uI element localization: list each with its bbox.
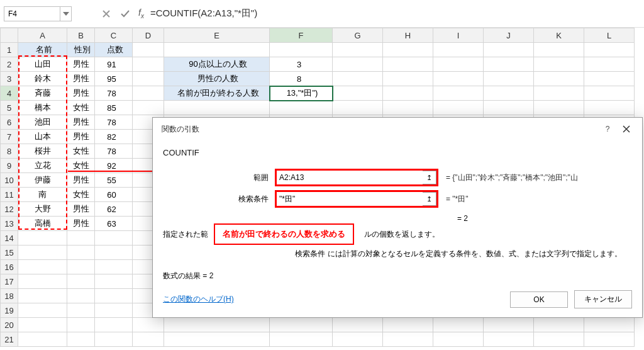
- row-header[interactable]: 21: [1, 332, 18, 347]
- cell[interactable]: [383, 72, 433, 86]
- cell[interactable]: [433, 57, 484, 72]
- cell[interactable]: 女性: [67, 188, 95, 202]
- col-header-K[interactable]: K: [534, 28, 584, 43]
- active-cell[interactable]: 13,"*田"): [270, 86, 333, 101]
- cell[interactable]: [67, 303, 95, 318]
- row-header[interactable]: 3: [1, 72, 18, 86]
- cell[interactable]: [383, 43, 433, 57]
- cell[interactable]: 女性: [67, 101, 95, 115]
- arg-range-refselect-icon[interactable]: ↥: [423, 171, 436, 184]
- cell[interactable]: 鈴木: [18, 72, 67, 86]
- cell[interactable]: [584, 318, 635, 332]
- cell[interactable]: [333, 86, 383, 101]
- cell[interactable]: [164, 332, 270, 347]
- col-header-A[interactable]: A: [18, 28, 67, 43]
- fx-icon[interactable]: fx: [135, 8, 148, 20]
- cell[interactable]: 山田: [18, 57, 67, 72]
- cell[interactable]: [534, 72, 584, 86]
- cell[interactable]: [534, 43, 584, 57]
- row-header[interactable]: 6: [1, 115, 18, 130]
- cell[interactable]: 男性: [67, 130, 95, 144]
- col-header-C[interactable]: C: [95, 28, 133, 43]
- cell[interactable]: [133, 43, 164, 57]
- cell[interactable]: 伊藤: [18, 173, 67, 188]
- arg-criteria-input[interactable]: [277, 192, 423, 206]
- cell[interactable]: 名前が田が終わる人数: [164, 86, 270, 101]
- cell[interactable]: 点数: [95, 43, 133, 57]
- cell[interactable]: [433, 318, 484, 332]
- cell[interactable]: 山本: [18, 130, 67, 144]
- cell[interactable]: [584, 86, 635, 101]
- cancel-button[interactable]: キャンセル: [574, 290, 632, 308]
- cell[interactable]: 55: [95, 173, 133, 188]
- cell[interactable]: 60: [95, 188, 133, 202]
- cell[interactable]: [18, 246, 67, 260]
- row-header[interactable]: 8: [1, 144, 18, 159]
- cell[interactable]: [383, 332, 433, 347]
- cell[interactable]: 85: [95, 101, 133, 115]
- row-header[interactable]: 4: [1, 86, 18, 101]
- row-header[interactable]: 16: [1, 260, 18, 274]
- name-box-dropdown[interactable]: [60, 6, 72, 21]
- cell[interactable]: [433, 101, 484, 115]
- cell[interactable]: 男性: [67, 72, 95, 86]
- cell[interactable]: 男性の人数: [164, 72, 270, 86]
- row-header[interactable]: 17: [1, 274, 18, 289]
- cell[interactable]: [95, 274, 133, 289]
- col-header-H[interactable]: H: [383, 28, 433, 43]
- row-header[interactable]: 13: [1, 217, 18, 231]
- cell[interactable]: [584, 72, 635, 86]
- cell[interactable]: 78: [95, 86, 133, 101]
- cell[interactable]: [95, 289, 133, 303]
- cell[interactable]: [383, 57, 433, 72]
- arg-criteria-refselect-icon[interactable]: ↥: [423, 192, 436, 206]
- cell[interactable]: [67, 260, 95, 274]
- cell[interactable]: [67, 246, 95, 260]
- col-header-F[interactable]: F: [270, 28, 333, 43]
- cell[interactable]: [95, 246, 133, 260]
- cell[interactable]: [18, 274, 67, 289]
- col-header-I[interactable]: I: [433, 28, 484, 43]
- cell[interactable]: [484, 86, 534, 101]
- cell[interactable]: [383, 101, 433, 115]
- cell[interactable]: [133, 72, 164, 86]
- cell[interactable]: [133, 86, 164, 101]
- cell[interactable]: 3: [270, 57, 333, 72]
- cell[interactable]: [484, 72, 534, 86]
- cell[interactable]: [67, 332, 95, 347]
- cell[interactable]: 91: [95, 57, 133, 72]
- cell[interactable]: [133, 332, 164, 347]
- col-header-J[interactable]: J: [484, 28, 534, 43]
- row-header[interactable]: 12: [1, 202, 18, 217]
- col-header-B[interactable]: B: [67, 28, 95, 43]
- cell[interactable]: [534, 318, 584, 332]
- cell[interactable]: 名前: [18, 43, 67, 57]
- cell[interactable]: [484, 318, 534, 332]
- row-header-1[interactable]: 1: [1, 43, 18, 57]
- cell[interactable]: [584, 101, 635, 115]
- cell[interactable]: 63: [95, 217, 133, 231]
- cell[interactable]: [433, 72, 484, 86]
- cell[interactable]: [433, 332, 484, 347]
- cell[interactable]: [67, 289, 95, 303]
- function-help-link[interactable]: この関数のヘルプ(H): [163, 294, 234, 305]
- cell[interactable]: [333, 57, 383, 72]
- cell[interactable]: 95: [95, 72, 133, 86]
- cell[interactable]: [67, 231, 95, 246]
- cell[interactable]: 立花: [18, 159, 67, 173]
- cell[interactable]: 82: [95, 130, 133, 144]
- row-header[interactable]: 11: [1, 188, 18, 202]
- cell[interactable]: 8: [270, 72, 333, 86]
- cell[interactable]: [383, 86, 433, 101]
- cell[interactable]: [484, 101, 534, 115]
- cell[interactable]: [18, 260, 67, 274]
- cell[interactable]: [584, 332, 635, 347]
- cell[interactable]: 男性: [67, 57, 95, 72]
- cell[interactable]: 男性: [67, 202, 95, 217]
- cell[interactable]: [333, 72, 383, 86]
- row-header[interactable]: 7: [1, 130, 18, 144]
- cell[interactable]: [95, 332, 133, 347]
- cell[interactable]: [484, 332, 534, 347]
- cell[interactable]: 南: [18, 188, 67, 202]
- cell[interactable]: 男性: [67, 217, 95, 231]
